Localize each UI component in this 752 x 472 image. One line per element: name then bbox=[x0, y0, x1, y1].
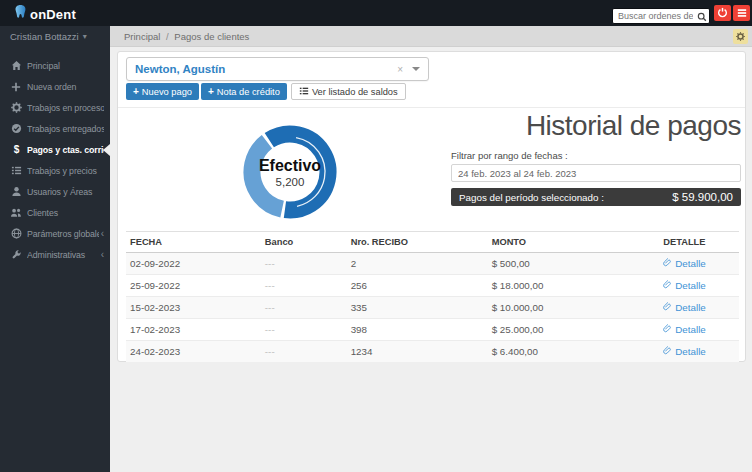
paperclip-icon bbox=[663, 258, 672, 269]
detail-link[interactable]: Detalle bbox=[663, 280, 706, 291]
cell-recibo: 398 bbox=[347, 319, 488, 341]
tooth-icon bbox=[12, 4, 29, 25]
gear-icon bbox=[736, 29, 745, 44]
sidebar-item-nueva-orden[interactable]: Nueva orden bbox=[0, 76, 110, 97]
credit-note-label: Nota de crédito bbox=[217, 87, 280, 97]
sidebar-item-label: Trabajos entregados bbox=[27, 124, 104, 134]
client-select[interactable]: Newton, Agustín × bbox=[126, 57, 429, 81]
plus-icon: + bbox=[208, 86, 214, 97]
users-icon bbox=[10, 207, 22, 218]
balances-list-button[interactable]: Ver listado de saldos bbox=[291, 83, 406, 100]
detail-link[interactable]: Detalle bbox=[663, 258, 706, 269]
sidebar: Cristian Bottazzi ▾ PrincipalNueva orden… bbox=[0, 26, 110, 472]
user-name: Cristian Bottazzi bbox=[10, 31, 79, 42]
app-window: onDent bbox=[0, 0, 752, 472]
cell-monto: $ 25.000,00 bbox=[488, 319, 660, 341]
detail-link[interactable]: Detalle bbox=[663, 324, 706, 335]
cell-recibo: 1234 bbox=[347, 341, 488, 363]
content-area: Newton, Agustín × + Nuevo pago + Nota de… bbox=[110, 47, 752, 472]
date-range-input[interactable] bbox=[451, 164, 741, 182]
chevron-down-icon[interactable] bbox=[412, 67, 420, 75]
globe-icon bbox=[10, 228, 22, 239]
breadcrumb-item-principal[interactable]: Principal bbox=[124, 31, 160, 42]
history-panel: Historial de pagos Filtrar por rango de … bbox=[451, 109, 741, 206]
cell-recibo: 256 bbox=[347, 275, 488, 297]
sidebar-nav: PrincipalNueva ordenTrabajos en procesoT… bbox=[0, 55, 110, 265]
cell-detalle: Detalle bbox=[659, 341, 739, 363]
sidebar-item-label: Trabajos en proceso bbox=[27, 103, 104, 113]
cell-monto: $ 6.400,00 bbox=[488, 341, 660, 363]
sidebar-item-pagos-y-ctas-corrientes[interactable]: $Pagos y ctas. corrientes bbox=[0, 139, 110, 160]
paperclip-icon bbox=[663, 324, 672, 335]
period-total-label: Pagos del período seleccionado : bbox=[459, 192, 604, 203]
cell-detalle: Detalle bbox=[659, 253, 739, 275]
cell-banco: --- bbox=[261, 341, 347, 363]
detail-link[interactable]: Detalle bbox=[663, 346, 706, 357]
cell-fecha: 02-09-2022 bbox=[126, 253, 261, 275]
detail-link-label: Detalle bbox=[675, 324, 706, 335]
plus-icon: + bbox=[133, 86, 139, 97]
table-row: 02-09-2022---2$ 500,00Detalle bbox=[126, 253, 739, 275]
sidebar-item-label: Pagos y ctas. corrientes bbox=[27, 145, 104, 155]
payments-table-body: 02-09-2022---2$ 500,00Detalle25-09-2022-… bbox=[126, 253, 739, 363]
sidebar-item-trabajos-en-proceso[interactable]: Trabajos en proceso bbox=[0, 97, 110, 118]
table-row: 15-02-2023---335$ 10.000,00Detalle bbox=[126, 297, 739, 319]
page-settings-button[interactable] bbox=[733, 29, 748, 44]
cell-banco: --- bbox=[261, 275, 347, 297]
table-row: 25-09-2022---256$ 18.000,00Detalle bbox=[126, 275, 739, 297]
sidebar-item-par-metros-globales[interactable]: Parámetros globales‹ bbox=[0, 223, 110, 244]
detail-link[interactable]: Detalle bbox=[663, 302, 706, 313]
breadcrumb-item-current: Pagos de clientes bbox=[174, 31, 249, 42]
credit-note-button[interactable]: + Nota de crédito bbox=[201, 83, 287, 100]
period-total-value: $ 59.900,00 bbox=[672, 191, 733, 203]
period-total-bar: Pagos del período seleccionado : $ 59.90… bbox=[451, 188, 741, 206]
sidebar-item-label: Parámetros globales bbox=[27, 229, 99, 239]
cell-banco: --- bbox=[261, 297, 347, 319]
cell-recibo: 2 bbox=[347, 253, 488, 275]
sidebar-item-principal[interactable]: Principal bbox=[0, 55, 110, 76]
client-select-value: Newton, Agustín bbox=[127, 63, 397, 75]
sidebar-item-administrativas[interactable]: Administrativas‹ bbox=[0, 244, 110, 265]
top-navbar: onDent bbox=[0, 0, 752, 26]
user-menu[interactable]: Cristian Bottazzi ▾ bbox=[0, 26, 110, 47]
cell-fecha: 25-09-2022 bbox=[126, 275, 261, 297]
new-payment-button[interactable]: + Nuevo pago bbox=[126, 83, 199, 100]
list-icon bbox=[299, 86, 309, 98]
app-logo[interactable]: onDent bbox=[12, 4, 76, 25]
home-icon bbox=[10, 60, 22, 71]
hamburger-icon bbox=[737, 6, 747, 21]
sidebar-item-label: Nueva orden bbox=[27, 82, 104, 92]
cell-recibo: 335 bbox=[347, 297, 488, 319]
caret-down-icon: ▾ bbox=[83, 32, 87, 41]
sidebar-item-clientes[interactable]: Clientes bbox=[0, 202, 110, 223]
clear-selection-icon[interactable]: × bbox=[397, 64, 403, 75]
date-filter-label: Filtrar por rango de fechas : bbox=[451, 150, 741, 161]
divider bbox=[118, 107, 745, 108]
search-icon bbox=[697, 8, 707, 26]
search-input[interactable] bbox=[612, 8, 710, 24]
sidebar-item-label: Usuarios y Áreas bbox=[27, 187, 104, 197]
cell-detalle: Detalle bbox=[659, 297, 739, 319]
detail-link-label: Detalle bbox=[675, 302, 706, 313]
col-header-recibo: Nro. RECIBO bbox=[347, 232, 488, 253]
donut-center-value: 5,200 bbox=[276, 176, 305, 188]
sidebar-item-usuarios-y-reas[interactable]: Usuarios y Áreas bbox=[0, 181, 110, 202]
sidebar-item-trabajos-y-precios[interactable]: Trabajos y precios bbox=[0, 160, 110, 181]
payments-table: FECHA Banco Nro. RECIBO MONTO DETALLE 02… bbox=[126, 231, 739, 362]
cell-detalle: Detalle bbox=[659, 275, 739, 297]
cell-fecha: 17-02-2023 bbox=[126, 319, 261, 341]
cell-monto: $ 500,00 bbox=[488, 253, 660, 275]
logout-button[interactable] bbox=[714, 5, 731, 21]
breadcrumb-separator: / bbox=[166, 31, 169, 42]
cell-fecha: 15-02-2023 bbox=[126, 297, 261, 319]
sidebar-item-label: Clientes bbox=[27, 208, 104, 218]
donut-center-label: Efectivo bbox=[259, 157, 321, 175]
table-header-row: FECHA Banco Nro. RECIBO MONTO DETALLE bbox=[126, 232, 739, 253]
svg-text:$: $ bbox=[13, 144, 19, 155]
sidebar-item-trabajos-entregados[interactable]: Trabajos entregados bbox=[0, 118, 110, 139]
detail-link-label: Detalle bbox=[675, 346, 706, 357]
table-row: 24-02-2023---1234$ 6.400,00Detalle bbox=[126, 341, 739, 363]
col-header-detalle: DETALLE bbox=[659, 232, 739, 253]
cell-banco: --- bbox=[261, 253, 347, 275]
menu-toggle-button[interactable] bbox=[733, 5, 750, 21]
